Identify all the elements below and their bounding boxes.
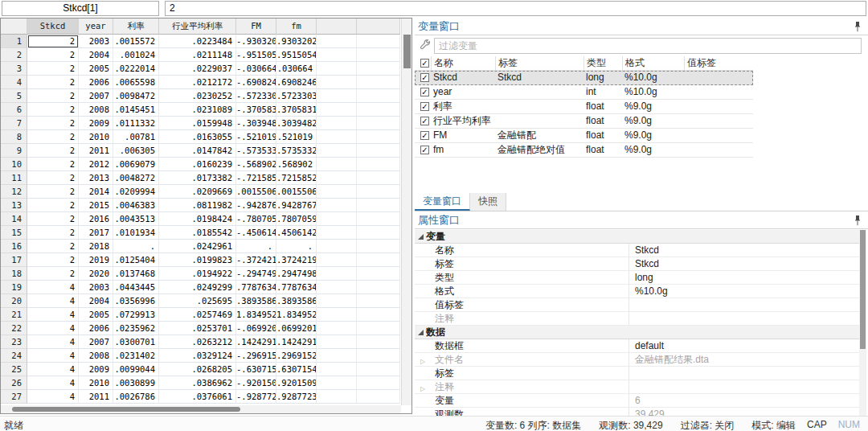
grid-cell[interactable]: -.030664 bbox=[236, 62, 276, 76]
grid-cell[interactable]: .0209994 bbox=[113, 185, 159, 199]
grid-cell[interactable]: .0163055 bbox=[159, 130, 236, 144]
grid-cell[interactable]: 2 bbox=[27, 171, 79, 185]
grid-cell[interactable]: .0268205 bbox=[159, 363, 236, 376]
grid-cell[interactable] bbox=[317, 76, 357, 89]
grid-cell[interactable] bbox=[317, 253, 357, 267]
row-header[interactable]: 13 bbox=[1, 199, 27, 212]
grid-cell[interactable]: .1424291 bbox=[236, 335, 276, 349]
grid-cell[interactable] bbox=[317, 363, 357, 376]
grid-cell[interactable] bbox=[357, 171, 400, 185]
grid-cell[interactable]: .3705831 bbox=[276, 103, 317, 117]
grid-cell[interactable]: .0376061 bbox=[159, 390, 236, 404]
grid-cell[interactable]: .0015506 bbox=[236, 185, 276, 199]
grid-cell[interactable]: -.7807059 bbox=[236, 212, 276, 226]
variables-column-header[interactable]: 格式 bbox=[622, 56, 684, 70]
grid-cell[interactable]: .0356996 bbox=[113, 294, 159, 308]
expand-arrow-icon[interactable] bbox=[420, 355, 425, 366]
row-header[interactable]: 26 bbox=[1, 376, 27, 390]
grid-cell[interactable] bbox=[317, 349, 357, 363]
grid-cell[interactable] bbox=[357, 335, 400, 349]
grid-cell[interactable] bbox=[317, 267, 357, 281]
column-header-FM[interactable]: FM bbox=[236, 18, 276, 35]
grid-cell[interactable]: .7215852 bbox=[276, 171, 317, 185]
grid-cell[interactable]: 2 bbox=[27, 212, 79, 226]
row-header[interactable]: 11 bbox=[1, 171, 27, 185]
grid-cell[interactable]: .0300701 bbox=[113, 335, 159, 349]
grid-cell[interactable]: 2007 bbox=[79, 335, 113, 349]
grid-cell[interactable]: .2947498 bbox=[276, 267, 317, 281]
variable-row[interactable]: ✓fm金融错配绝对值float%9.0g bbox=[415, 143, 753, 158]
grid-cell[interactable]: -.5723303 bbox=[236, 89, 276, 103]
grid-cell[interactable]: .0231089 bbox=[159, 103, 236, 117]
grid-cell[interactable] bbox=[317, 144, 357, 158]
pin-icon[interactable] bbox=[854, 21, 862, 32]
cell-value-input[interactable]: 2 bbox=[165, 1, 866, 16]
grid-cell[interactable] bbox=[357, 390, 400, 404]
grid-cell[interactable] bbox=[357, 240, 400, 253]
grid-cell[interactable]: .0242961 bbox=[159, 240, 236, 253]
grid-cell[interactable] bbox=[357, 322, 400, 335]
grid-cell[interactable]: . bbox=[236, 240, 276, 253]
column-header[interactable] bbox=[317, 18, 357, 35]
grid-cell[interactable] bbox=[317, 171, 357, 185]
grid-vertical-scrollbar-thumb[interactable] bbox=[403, 35, 411, 68]
grid-cell[interactable] bbox=[357, 281, 400, 294]
grid-cell[interactable]: 2017 bbox=[79, 226, 113, 240]
grid-cell[interactable]: -.3705831 bbox=[236, 103, 276, 117]
column-header-Stkcd[interactable]: Stkcd bbox=[27, 18, 79, 35]
variable-checkbox-cell[interactable]: ✓ bbox=[415, 85, 431, 99]
property-value[interactable] bbox=[629, 298, 859, 311]
row-header[interactable]: 25 bbox=[1, 363, 27, 376]
grid-cell[interactable]: 1.834952 bbox=[276, 308, 317, 322]
grid-cell[interactable]: .0098472 bbox=[113, 89, 159, 103]
grid-cell[interactable]: .0048272 bbox=[113, 171, 159, 185]
variable-checkbox[interactable]: ✓ bbox=[420, 73, 429, 82]
grid-cell[interactable]: .0159948 bbox=[159, 117, 236, 130]
row-header[interactable]: 6 bbox=[1, 103, 27, 117]
properties-vertical-scrollbar[interactable] bbox=[859, 230, 866, 416]
grid-cell[interactable]: .0249299 bbox=[159, 281, 236, 294]
grid-cell[interactable]: 2012 bbox=[79, 158, 113, 171]
grid-cell[interactable]: .0026786 bbox=[113, 390, 159, 404]
grid-cell[interactable]: 2008 bbox=[79, 103, 113, 117]
grid-cell[interactable]: 2006 bbox=[79, 76, 113, 89]
grid-cell[interactable]: .025695 bbox=[159, 294, 236, 308]
variable-checkbox-cell[interactable]: ✓ bbox=[415, 129, 431, 142]
row-header[interactable]: 10 bbox=[1, 158, 27, 171]
grid-cell[interactable]: -.6307154 bbox=[236, 363, 276, 376]
grid-cell[interactable] bbox=[357, 89, 400, 103]
grid-cell[interactable]: 2010 bbox=[79, 130, 113, 144]
grid-cell[interactable]: .6307154 bbox=[276, 363, 317, 376]
grid-cell[interactable]: .9287723 bbox=[276, 390, 317, 404]
grid-cell[interactable] bbox=[357, 185, 400, 199]
grid-cell[interactable]: . bbox=[113, 240, 159, 253]
grid-cell[interactable]: 2 bbox=[27, 89, 79, 103]
grid-corner-cell[interactable] bbox=[1, 18, 27, 35]
variable-row[interactable]: ✓行业平均利率float%9.0g bbox=[415, 114, 753, 129]
grid-cell[interactable]: .0199823 bbox=[159, 253, 236, 267]
grid-cell[interactable]: 2 bbox=[27, 62, 79, 76]
grid-cell[interactable]: .9428767 bbox=[276, 199, 317, 212]
grid-cell[interactable]: .0015506 bbox=[276, 185, 317, 199]
variable-row[interactable]: ✓StkcdStkcdlong%10.0g bbox=[415, 71, 753, 85]
grid-cell[interactable]: 1.834952 bbox=[236, 308, 276, 322]
grid-cell[interactable]: .0263212 bbox=[159, 335, 236, 349]
grid-cell[interactable]: -.6908246 bbox=[236, 76, 276, 89]
property-value[interactable]: long bbox=[629, 271, 859, 284]
grid-cell[interactable]: .7787634 bbox=[236, 281, 276, 294]
column-header-year[interactable]: year bbox=[79, 18, 113, 35]
variable-checkbox[interactable]: ✓ bbox=[420, 131, 429, 140]
grid-cell[interactable]: -.9201509 bbox=[236, 376, 276, 390]
grid-cell[interactable] bbox=[317, 199, 357, 212]
grid-cell[interactable] bbox=[357, 76, 400, 89]
grid-cell[interactable]: .9201509 bbox=[276, 376, 317, 390]
grid-cell[interactable] bbox=[317, 48, 357, 62]
pin-icon[interactable] bbox=[854, 215, 862, 226]
column-header[interactable] bbox=[357, 18, 400, 35]
variables-column-header[interactable]: 类型 bbox=[583, 56, 622, 70]
grid-cell[interactable]: 2 bbox=[27, 76, 79, 89]
row-header[interactable]: 14 bbox=[1, 212, 27, 226]
grid-cell[interactable] bbox=[357, 363, 400, 376]
grid-cell[interactable] bbox=[317, 62, 357, 76]
grid-cell[interactable]: .0194922 bbox=[159, 267, 236, 281]
